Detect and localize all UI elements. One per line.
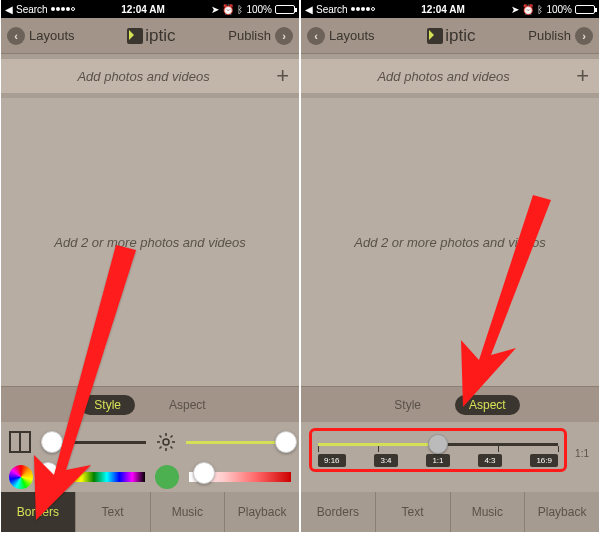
layout-split-icon[interactable] [9, 431, 31, 453]
plus-icon[interactable]: + [276, 63, 289, 89]
aspect-ratio-slider[interactable] [318, 443, 558, 446]
tab-playback[interactable]: Playback [525, 492, 599, 532]
ratio-label[interactable]: 4:3 [478, 454, 501, 467]
aspect-controls-panel: 9:16 3:4 1:1 4:3 16:9 1:1 [301, 422, 599, 492]
chevron-left-icon: ‹ [307, 27, 325, 45]
fill-color-icon[interactable] [155, 465, 179, 489]
battery-pct: 100% [546, 4, 572, 15]
fill-color-slider[interactable] [189, 472, 291, 482]
status-time: 12:04 AM [421, 4, 465, 15]
phone-right: ◀ Search 12:04 AM ➤ ⏰ ᛒ 100% ‹ Layouts i… [301, 0, 599, 532]
battery-icon [275, 5, 295, 14]
subtab-aspect[interactable]: Aspect [155, 395, 220, 415]
nav-back-button[interactable]: ‹ Layouts [307, 27, 375, 45]
svg-line-8 [171, 436, 173, 438]
alarm-icon: ⏰ [222, 4, 234, 15]
slider-thumb[interactable] [41, 431, 63, 453]
nav-back-label: Layouts [29, 28, 75, 43]
status-time: 12:04 AM [121, 4, 165, 15]
svg-line-5 [160, 436, 162, 438]
nav-publish-label: Publish [228, 28, 271, 43]
subtab-style[interactable]: Style [80, 395, 135, 415]
nav-publish-label: Publish [528, 28, 571, 43]
slider-thumb[interactable] [37, 462, 59, 484]
tab-music[interactable]: Music [151, 492, 226, 532]
add-media-prompt: Add photos and videos [11, 69, 276, 84]
location-icon: ➤ [211, 4, 219, 15]
aspect-current-value: 1:1 [575, 448, 589, 459]
svg-point-0 [163, 439, 169, 445]
brightness-icon [156, 432, 176, 452]
signal-strength-icon [351, 7, 375, 11]
logo-mark-icon [427, 28, 443, 44]
style-controls-panel [1, 422, 299, 492]
border-color-slider[interactable] [43, 472, 145, 482]
nav-publish-button[interactable]: Publish › [528, 27, 593, 45]
canvas-area[interactable]: Add 2 or more photos and videos [301, 98, 599, 386]
bottom-tab-bar: Borders Text Music Playback [301, 492, 599, 532]
back-to-app-label[interactable]: Search [316, 4, 348, 15]
ratio-label[interactable]: 16:9 [530, 454, 558, 467]
chevron-right-icon: › [275, 27, 293, 45]
back-to-app-label[interactable]: Search [16, 4, 48, 15]
status-bar: ◀ Search 12:04 AM ➤ ⏰ ᛒ 100% [1, 0, 299, 18]
nav-publish-button[interactable]: Publish › [228, 27, 293, 45]
svg-line-7 [160, 447, 162, 449]
nav-back-label: Layouts [329, 28, 375, 43]
tab-text[interactable]: Text [376, 492, 451, 532]
tab-music[interactable]: Music [451, 492, 526, 532]
subtab-aspect[interactable]: Aspect [455, 395, 520, 415]
nav-back-button[interactable]: ‹ Layouts [7, 27, 75, 45]
subtab-bar: Style Aspect [1, 386, 299, 422]
ratio-label[interactable]: 1:1 [426, 454, 449, 467]
logo-mark-icon [127, 28, 143, 44]
tab-text[interactable]: Text [76, 492, 151, 532]
add-media-prompt: Add photos and videos [311, 69, 576, 84]
chevron-right-icon: › [575, 27, 593, 45]
logo-text: iptic [445, 26, 475, 46]
svg-line-6 [171, 447, 173, 449]
battery-icon [575, 5, 595, 14]
tab-borders[interactable]: Borders [301, 492, 376, 532]
bottom-tab-bar: Borders Text Music Playback [1, 492, 299, 532]
canvas-area[interactable]: Add 2 or more photos and videos [1, 98, 299, 386]
subtab-style[interactable]: Style [380, 395, 435, 415]
canvas-empty-prompt: Add 2 or more photos and videos [354, 235, 546, 250]
nav-bar: ‹ Layouts iptic Publish › [1, 18, 299, 54]
back-to-app-icon[interactable]: ◀ [5, 4, 13, 15]
subtab-bar: Style Aspect [301, 386, 599, 422]
bluetooth-icon: ᛒ [537, 4, 543, 15]
slider-thumb[interactable] [193, 462, 215, 484]
location-icon: ➤ [511, 4, 519, 15]
add-media-strip[interactable]: Add photos and videos + [1, 59, 299, 93]
alarm-icon: ⏰ [522, 4, 534, 15]
back-to-app-icon[interactable]: ◀ [305, 4, 313, 15]
plus-icon[interactable]: + [576, 63, 589, 89]
canvas-empty-prompt: Add 2 or more photos and videos [54, 235, 246, 250]
add-media-strip[interactable]: Add photos and videos + [301, 59, 599, 93]
aspect-slider-highlight: 9:16 3:4 1:1 4:3 16:9 [309, 428, 567, 472]
signal-strength-icon [51, 7, 75, 11]
slider-thumb[interactable] [275, 431, 297, 453]
color-wheel-icon[interactable] [9, 465, 33, 489]
border-width-slider[interactable] [41, 441, 146, 444]
aspect-ratio-labels: 9:16 3:4 1:1 4:3 16:9 [318, 454, 558, 467]
logo-text: iptic [145, 26, 175, 46]
ratio-label[interactable]: 9:16 [318, 454, 346, 467]
tab-playback[interactable]: Playback [225, 492, 299, 532]
nav-bar: ‹ Layouts iptic Publish › [301, 18, 599, 54]
bluetooth-icon: ᛒ [237, 4, 243, 15]
app-logo: iptic [427, 26, 475, 46]
brightness-slider[interactable] [186, 441, 291, 444]
ratio-label[interactable]: 3:4 [374, 454, 397, 467]
status-bar: ◀ Search 12:04 AM ➤ ⏰ ᛒ 100% [301, 0, 599, 18]
app-logo: iptic [127, 26, 175, 46]
chevron-left-icon: ‹ [7, 27, 25, 45]
battery-pct: 100% [246, 4, 272, 15]
phone-left: ◀ Search 12:04 AM ➤ ⏰ ᛒ 100% ‹ Layouts i… [1, 0, 299, 532]
slider-thumb[interactable] [428, 434, 448, 454]
tab-borders[interactable]: Borders [1, 492, 76, 532]
